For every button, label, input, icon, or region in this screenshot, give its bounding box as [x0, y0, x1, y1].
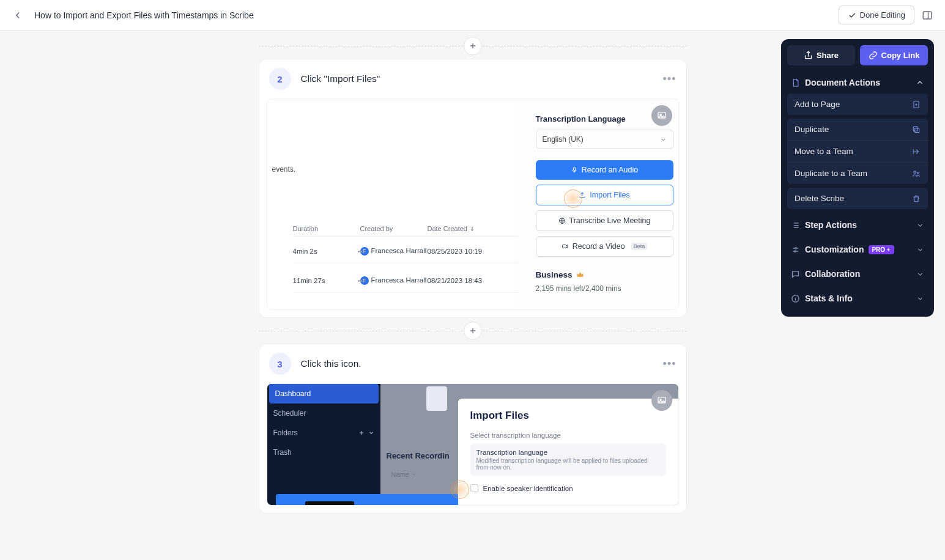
panel-toggle-icon[interactable] [922, 10, 933, 21]
record-audio-button[interactable]: Record an Audio [536, 160, 673, 180]
chevron-down-icon [916, 221, 924, 229]
document-actions-header[interactable]: Document Actions [787, 72, 928, 94]
page-title: How to Import and Export Files with Time… [34, 10, 254, 20]
plan-title: Business [536, 270, 673, 279]
table-header: Duration Created by Date Created [293, 221, 518, 237]
import-files-button[interactable]: Import Files [536, 185, 673, 205]
modal-title: Import Files [470, 410, 666, 422]
recent-recordings-heading: Recent Recordin [387, 451, 450, 460]
chevron-down-icon [916, 295, 924, 303]
duplicate-icon [912, 125, 921, 134]
svg-point-11 [914, 171, 916, 173]
svg-point-12 [917, 172, 919, 174]
copy-link-button[interactable]: Copy Link [860, 45, 928, 65]
events-text: events. [272, 165, 296, 174]
table-row[interactable]: 4min 2s FFrancesca Harrall 08/25/2023 10… [293, 240, 518, 263]
collaboration-section[interactable]: Collaboration [787, 262, 928, 286]
col-created-by: Created by [360, 225, 428, 232]
name-column[interactable]: Name [391, 471, 417, 478]
step-menu-button[interactable]: ••• [663, 73, 676, 86]
chevron-up-icon [916, 78, 924, 87]
svg-point-14 [795, 250, 796, 252]
plan-usage: 2,195 mins left/2,400 mins [536, 284, 673, 293]
import-files-modal: Import Files Select transcription langua… [458, 399, 678, 506]
svg-rect-10 [913, 127, 917, 131]
svg-rect-0 [923, 12, 932, 19]
delete-scribe-item[interactable]: Delete Scribe [787, 188, 928, 209]
table-row[interactable]: 11min 27s FFrancesca Harrall 08/21/2023 … [293, 269, 518, 293]
done-editing-button[interactable]: Done Editing [839, 6, 914, 24]
nav-dashboard[interactable]: Dashboard [269, 384, 379, 403]
svg-rect-3 [573, 168, 575, 171]
app-sidebar: Dashboard Scheduler Folders Trash [267, 384, 380, 505]
app-header: How to Import and Export Files with Time… [0, 0, 945, 31]
edit-image-button[interactable] [651, 105, 672, 126]
step-title[interactable]: Click "Import Files" [301, 73, 380, 84]
svg-rect-5 [562, 245, 566, 248]
back-button[interactable] [12, 10, 23, 21]
side-panel: Share Copy Link Document Actions Add to … [781, 39, 934, 317]
nav-folders[interactable]: Folders [267, 423, 380, 443]
beta-badge: Beta [631, 243, 648, 250]
step-card-3: 3 Click this icon. ••• Dashboard Schedul… [259, 344, 687, 514]
step-menu-button[interactable]: ••• [663, 358, 676, 370]
duplicate-to-team-item[interactable]: Duplicate to a Team [787, 163, 928, 184]
move-icon [912, 147, 921, 156]
document-icon [791, 78, 800, 87]
info-icon [791, 294, 800, 303]
stats-section[interactable]: Stats & Info [787, 286, 928, 311]
language-box[interactable]: Transcription language Modified transcri… [470, 444, 666, 476]
step-actions-section[interactable]: Step Actions [787, 213, 928, 237]
crown-icon [576, 271, 584, 279]
step-number-badge: 2 [269, 68, 291, 90]
share-button[interactable]: Share [787, 45, 855, 65]
col-date-created[interactable]: Date Created [428, 225, 501, 232]
modal-subtitle: Select transcription language [470, 432, 666, 439]
record-video-button[interactable]: Record a Video Beta [536, 236, 673, 257]
step-card-2: 2 Click "Import Files" ••• events. Durat… [259, 59, 687, 318]
chevron-down-icon [916, 270, 924, 278]
plus-icon[interactable] [358, 430, 365, 436]
chevron-down-icon [916, 246, 924, 254]
chat-icon [791, 270, 800, 279]
duplicate-item[interactable]: Duplicate [787, 119, 928, 141]
customization-section[interactable]: Customization PRO [787, 237, 928, 262]
speaker-id-checkbox-row[interactable]: Enable speaker identification [470, 484, 666, 492]
pro-badge: PRO [869, 245, 894, 254]
team-icon [912, 169, 921, 178]
done-label: Done Editing [860, 10, 905, 20]
chevron-down-icon[interactable] [368, 430, 374, 436]
add-step-button[interactable] [464, 37, 482, 55]
selection-bar [276, 494, 459, 505]
document-placeholder-icon [426, 386, 447, 411]
nav-trash[interactable]: Trash [267, 443, 380, 462]
language-select[interactable]: English (UK) [536, 130, 673, 149]
step-title[interactable]: Click this icon. [301, 358, 361, 369]
nav-scheduler[interactable]: Scheduler [267, 403, 380, 423]
list-icon [791, 221, 800, 230]
svg-rect-9 [915, 128, 919, 132]
move-to-team-item[interactable]: Move to a Team [787, 141, 928, 163]
checkbox-icon[interactable] [470, 484, 478, 492]
svg-point-13 [795, 247, 797, 249]
tooltip-bar [305, 501, 354, 506]
row-menu-icon[interactable]: ••• [357, 248, 365, 255]
add-step-button[interactable] [464, 322, 482, 340]
col-duration: Duration [293, 225, 360, 232]
sliders-icon [791, 245, 800, 254]
step-number-badge: 3 [269, 353, 291, 375]
screenshot-step-2: events. Duration Created by Date Created… [267, 98, 679, 310]
trash-icon [912, 194, 921, 203]
page-plus-icon [912, 100, 921, 109]
edit-image-button[interactable] [651, 390, 672, 411]
screenshot-step-3: Dashboard Scheduler Folders Trash Recent… [267, 383, 679, 506]
add-to-page-item[interactable]: Add to Page [787, 94, 928, 115]
transcribe-live-button[interactable]: Transcribe Live Meeting [536, 210, 673, 231]
row-menu-icon[interactable]: ••• [357, 277, 365, 284]
